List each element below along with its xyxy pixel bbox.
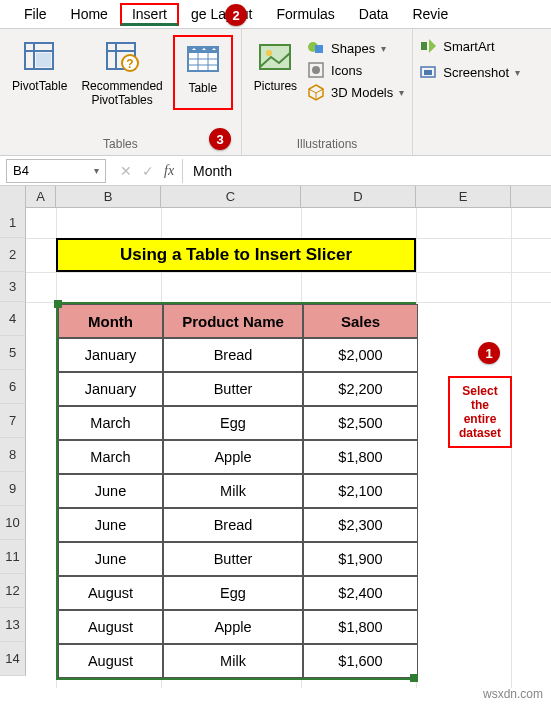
data-table[interactable]: Month Product Name Sales JanuaryBread$2,… [56,302,416,680]
smartart-button[interactable]: SmartArt [419,37,520,55]
dropdown-icon: ▾ [94,165,99,176]
table-row: AugustMilk$1,600 [58,644,414,678]
row-header[interactable]: 1 [0,208,26,238]
row-header[interactable]: 14 [0,642,26,676]
cell[interactable]: Butter [163,542,303,576]
cell[interactable]: August [58,644,163,678]
sheet-title[interactable]: Using a Table to Insert Slicer [56,238,416,272]
cell[interactable]: June [58,474,163,508]
cell[interactable]: Apple [163,440,303,474]
cell[interactable]: Milk [163,474,303,508]
row-header[interactable]: 3 [0,272,26,302]
col-header-d[interactable]: D [301,186,416,208]
cells-area[interactable]: Using a Table to Insert Slicer Month Pro… [26,208,551,688]
watermark: wsxdn.com [483,687,543,701]
tab-page-layout[interactable]: ge Layout [179,2,265,26]
recommended-pivottables-button[interactable]: ? Recommended PivotTables [77,35,166,110]
header-product[interactable]: Product Name [163,304,303,338]
cell[interactable]: August [58,610,163,644]
tab-data[interactable]: Data [347,2,401,26]
smartart-label: SmartArt [443,39,494,54]
pivottable-button[interactable]: PivotTable [8,35,71,110]
row-header[interactable]: 4 [0,302,26,336]
tables-group-label: Tables [103,137,138,151]
tab-file[interactable]: File [12,2,59,26]
annotation-box: Select the entire dataset [448,376,512,448]
cancel-icon[interactable]: ✕ [120,163,132,179]
tab-review[interactable]: Revie [400,2,460,26]
table-row: JanuaryButter$2,200 [58,372,414,406]
cell[interactable]: $2,100 [303,474,418,508]
row-header[interactable]: 6 [0,370,26,404]
row-header[interactable]: 9 [0,472,26,506]
cell[interactable]: January [58,338,163,372]
cell[interactable]: $2,200 [303,372,418,406]
cell[interactable]: $2,500 [303,406,418,440]
header-sales[interactable]: Sales [303,304,418,338]
enter-icon[interactable]: ✓ [142,163,154,179]
col-header-b[interactable]: B [56,186,161,208]
cell[interactable]: $1,800 [303,440,418,474]
row-header[interactable]: 5 [0,336,26,370]
select-all-cell[interactable] [0,186,26,208]
shapes-label: Shapes [331,41,375,56]
cell[interactable]: $2,000 [303,338,418,372]
formula-input[interactable] [182,159,551,183]
svg-text:?: ? [126,57,133,71]
cell[interactable]: Bread [163,338,303,372]
table-row: JuneButter$1,900 [58,542,414,576]
cell[interactable]: Butter [163,372,303,406]
col-header-a[interactable]: A [26,186,56,208]
cell[interactable]: Egg [163,406,303,440]
row-header[interactable]: 2 [0,238,26,272]
table-row: AugustEgg$2,400 [58,576,414,610]
table-button[interactable]: Table [173,35,233,110]
pictures-button[interactable]: Pictures [250,35,301,101]
name-box[interactable]: B4 ▾ [6,159,106,183]
cell[interactable]: Egg [163,576,303,610]
cell[interactable]: Apple [163,610,303,644]
header-month[interactable]: Month [58,304,163,338]
cell[interactable]: Milk [163,644,303,678]
cell[interactable]: January [58,372,163,406]
3d-models-button[interactable]: 3D Models ▾ [307,83,404,101]
tab-home[interactable]: Home [59,2,120,26]
row-header[interactable]: 7 [0,404,26,438]
shapes-icon [307,39,325,57]
table-label: Table [188,81,217,95]
cell[interactable]: June [58,542,163,576]
fx-icon[interactable]: fx [164,163,174,179]
col-header-e[interactable]: E [416,186,511,208]
row-header[interactable]: 13 [0,608,26,642]
col-header-c[interactable]: C [161,186,301,208]
cell[interactable]: $1,600 [303,644,418,678]
cell[interactable]: March [58,406,163,440]
tab-formulas[interactable]: Formulas [264,2,346,26]
table-row: MarchApple$1,800 [58,440,414,474]
cell[interactable]: $1,900 [303,542,418,576]
table-row: AugustApple$1,800 [58,610,414,644]
row-header[interactable]: 11 [0,540,26,574]
icons-button[interactable]: Icons [307,61,404,79]
dropdown-icon: ▾ [515,67,520,78]
table-row: MarchEgg$2,500 [58,406,414,440]
screenshot-button[interactable]: Screenshot ▾ [419,63,520,81]
dropdown-icon: ▾ [399,87,404,98]
dropdown-icon: ▾ [381,43,386,54]
cell[interactable]: $2,300 [303,508,418,542]
svg-point-23 [312,66,320,74]
ribbon-tabs: File Home Insert ge Layout Formulas Data… [0,0,551,28]
tab-insert[interactable]: Insert [120,3,179,26]
shapes-button[interactable]: Shapes ▾ [307,39,404,57]
cell[interactable]: August [58,576,163,610]
row-header[interactable]: 8 [0,438,26,472]
cell[interactable]: $1,800 [303,610,418,644]
cell[interactable]: March [58,440,163,474]
selection-handle[interactable] [410,674,418,682]
cell[interactable]: Bread [163,508,303,542]
row-header[interactable]: 12 [0,574,26,608]
cell[interactable]: $2,400 [303,576,418,610]
cell[interactable]: June [58,508,163,542]
row-header[interactable]: 10 [0,506,26,540]
ribbon-group-illustrations: Pictures Shapes ▾ Icons 3D Models ▾ [242,29,414,155]
